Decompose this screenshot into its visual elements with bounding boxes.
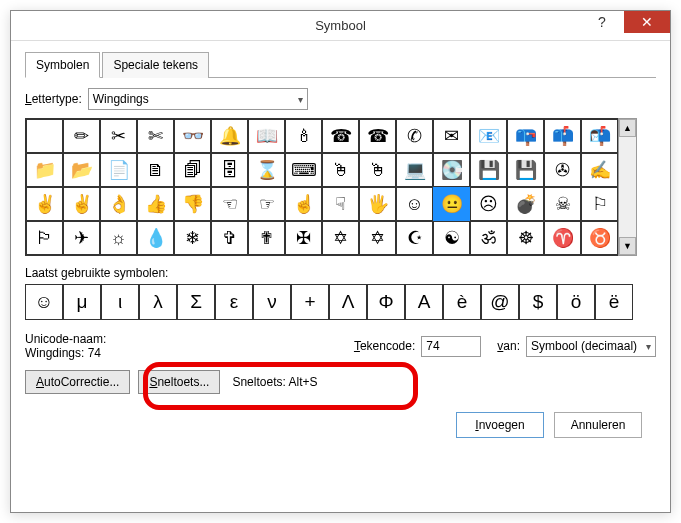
symbol-cell[interactable]: 💣	[507, 187, 544, 221]
symbol-cell[interactable]: ✌	[63, 187, 100, 221]
close-button[interactable]: ✕	[624, 11, 670, 33]
symbol-cell[interactable]: ✉	[433, 119, 470, 153]
symbol-cell[interactable]: 🏳	[26, 221, 63, 255]
symbol-cell[interactable]: ✄	[137, 119, 174, 153]
symbol-cell[interactable]: ✈	[63, 221, 100, 255]
recent-symbol-cell[interactable]: Φ	[367, 284, 405, 320]
symbol-cell[interactable]: ☺	[396, 187, 433, 221]
symbol-cell[interactable]: ☸	[507, 221, 544, 255]
symbol-grid: ✏✂✄👓🔔📖🕯☎☎✆✉📧📪📫📬📁📂📄🗎🗐🗄⌛⌨🖰🖰💻💽💾💾✇✍✌✌👌👍👎☜☞☝☟…	[25, 118, 619, 256]
symbol-cell[interactable]: ♈	[544, 221, 581, 255]
dialog-footer: Invoegen Annuleren	[25, 402, 656, 438]
symbol-cell[interactable]: ⌛	[248, 153, 285, 187]
recent-symbol-cell[interactable]: $	[519, 284, 557, 320]
symbol-cell[interactable]: 💾	[507, 153, 544, 187]
symbol-cell[interactable]: ☹	[470, 187, 507, 221]
symbol-cell[interactable]: ☟	[322, 187, 359, 221]
symbol-cell[interactable]: ॐ	[470, 221, 507, 255]
symbol-cell[interactable]: ✞	[211, 221, 248, 255]
symbol-cell[interactable]: 📧	[470, 119, 507, 153]
scroll-up-icon[interactable]: ▲	[619, 119, 636, 137]
symbol-cell[interactable]: 💽	[433, 153, 470, 187]
symbol-cell[interactable]: ✌	[26, 187, 63, 221]
symbol-cell[interactable]: 📄	[100, 153, 137, 187]
symbol-cell[interactable]: 📪	[507, 119, 544, 153]
recent-symbol-cell[interactable]: Α	[405, 284, 443, 320]
recent-symbol-cell[interactable]: ι	[101, 284, 139, 320]
symbol-cell[interactable]: 🗎	[137, 153, 174, 187]
symbol-cell[interactable]: 📫	[544, 119, 581, 153]
symbol-cell[interactable]: ♉	[581, 221, 618, 255]
symbol-cell[interactable]: ☎	[322, 119, 359, 153]
symbol-cell[interactable]: 💧	[137, 221, 174, 255]
symbol-cell[interactable]: ☪	[396, 221, 433, 255]
symbol-cell[interactable]: 🖰	[322, 153, 359, 187]
from-select[interactable]: Symbool (decimaal) ▾	[526, 336, 656, 357]
from-select-value: Symbool (decimaal)	[531, 339, 637, 353]
recent-symbol-cell[interactable]: ☺	[25, 284, 63, 320]
scroll-down-icon[interactable]: ▼	[619, 237, 636, 255]
recent-symbol-cell[interactable]: +	[291, 284, 329, 320]
symbol-cell[interactable]: ⚐	[581, 187, 618, 221]
symbol-cell[interactable]: 👎	[174, 187, 211, 221]
recent-symbol-cell[interactable]: è	[443, 284, 481, 320]
recent-symbol-cell[interactable]: ë	[595, 284, 633, 320]
symbol-cell[interactable]: ✆	[396, 119, 433, 153]
symbol-cell[interactable]: 🖐	[359, 187, 396, 221]
cancel-button[interactable]: Annuleren	[554, 412, 642, 438]
symbol-cell[interactable]: 👓	[174, 119, 211, 153]
symbol-cell[interactable]: ✇	[544, 153, 581, 187]
symbol-cell[interactable]: 👌	[100, 187, 137, 221]
symbol-cell[interactable]: 😐	[433, 187, 470, 221]
symbol-cell[interactable]: ✡	[359, 221, 396, 255]
symbol-cell[interactable]: ✡	[322, 221, 359, 255]
char-code-input[interactable]	[421, 336, 481, 357]
recent-symbol-cell[interactable]: Λ	[329, 284, 367, 320]
autocorrect-button[interactable]: AutoCorrectie...	[25, 370, 130, 394]
font-select[interactable]: Wingdings ▾	[88, 88, 308, 110]
symbol-cell[interactable]: ☞	[248, 187, 285, 221]
tab-special-chars[interactable]: Speciale tekens	[102, 52, 209, 78]
symbol-cell[interactable]: ☎	[359, 119, 396, 153]
tab-symbols[interactable]: Symbolen	[25, 52, 100, 78]
recent-symbol-cell[interactable]: ö	[557, 284, 595, 320]
scroll-track[interactable]	[619, 137, 636, 237]
symbol-cell[interactable]: 📂	[63, 153, 100, 187]
symbol-cell[interactable]: 🔔	[211, 119, 248, 153]
symbol-cell[interactable]: ✟	[248, 221, 285, 255]
symbol-cell[interactable]: 💾	[470, 153, 507, 187]
symbol-cell[interactable]: 📖	[248, 119, 285, 153]
symbol-cell[interactable]: ☠	[544, 187, 581, 221]
symbol-cell[interactable]: 📬	[581, 119, 618, 153]
char-code-label: Tekencode:	[354, 339, 415, 353]
symbol-cell[interactable]: 📁	[26, 153, 63, 187]
grid-scrollbar[interactable]: ▲ ▼	[618, 118, 637, 256]
symbol-cell[interactable]: ☜	[211, 187, 248, 221]
help-button[interactable]: ?	[580, 11, 624, 33]
insert-button[interactable]: Invoegen	[456, 412, 544, 438]
recent-symbol-cell[interactable]: λ	[139, 284, 177, 320]
symbol-cell[interactable]: 👍	[137, 187, 174, 221]
symbol-cell[interactable]: ✍	[581, 153, 618, 187]
symbol-cell[interactable]: ✂	[100, 119, 137, 153]
recent-symbol-cell[interactable]: ε	[215, 284, 253, 320]
symbol-cell[interactable]: 💻	[396, 153, 433, 187]
recent-symbol-cell[interactable]: ν	[253, 284, 291, 320]
symbol-cell[interactable]: ✏	[63, 119, 100, 153]
symbol-cell[interactable]	[26, 119, 63, 153]
symbol-grid-wrap: ✏✂✄👓🔔📖🕯☎☎✆✉📧📪📫📬📁📂📄🗎🗐🗄⌛⌨🖰🖰💻💽💾💾✇✍✌✌👌👍👎☜☞☝☟…	[25, 118, 656, 256]
symbol-cell[interactable]: 🗄	[211, 153, 248, 187]
recent-symbol-cell[interactable]: @	[481, 284, 519, 320]
symbol-cell[interactable]: ☝	[285, 187, 322, 221]
symbol-cell[interactable]: ⌨	[285, 153, 322, 187]
symbol-cell[interactable]: ☯	[433, 221, 470, 255]
symbol-cell[interactable]: ❄	[174, 221, 211, 255]
recent-symbol-cell[interactable]: Σ	[177, 284, 215, 320]
recent-symbol-cell[interactable]: μ	[63, 284, 101, 320]
symbol-cell[interactable]: ✠	[285, 221, 322, 255]
symbol-cell[interactable]: 🗐	[174, 153, 211, 187]
symbol-cell[interactable]: 🖰	[359, 153, 396, 187]
symbol-cell[interactable]: ☼	[100, 221, 137, 255]
symbol-cell[interactable]: 🕯	[285, 119, 322, 153]
shortcut-key-button[interactable]: Sneltoets...	[138, 370, 220, 394]
